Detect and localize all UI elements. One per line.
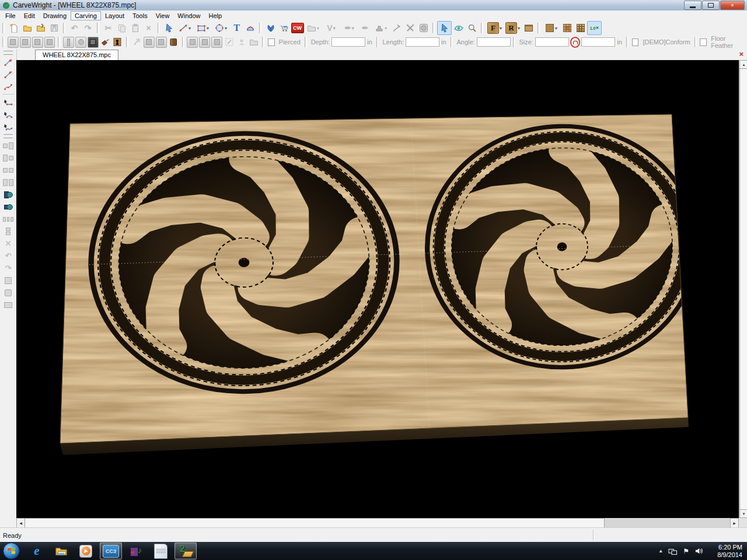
zoom-view-button[interactable] — [465, 22, 479, 34]
toolbar-drag-handle[interactable] — [4, 51, 13, 55]
conform-checkbox[interactable] — [632, 38, 639, 46]
taskbar-clock[interactable]: 6:20 PM 8/9/2014 — [708, 544, 742, 559]
select-tool-button[interactable] — [162, 22, 176, 34]
size-lock-icon[interactable] — [570, 37, 580, 48]
dropdown-icon[interactable]: ▾ — [518, 26, 520, 31]
horizontal-scrollbar[interactable]: ◀ ▶ — [16, 518, 739, 527]
vertical-scrollbar[interactable]: ▲ ▼ — [739, 60, 747, 518]
pattern-folder-button: ▾ — [304, 22, 322, 34]
add-point-button[interactable] — [1, 56, 15, 68]
pan-view-button[interactable] — [437, 21, 452, 35]
floor-feather-checkbox[interactable] — [700, 38, 707, 46]
arc-segment-button[interactable] — [1, 108, 15, 120]
vertical-scroll-thumb[interactable] — [739, 68, 747, 511]
action-center-flag-icon[interactable]: ⚑ — [683, 547, 689, 555]
document-close-icon[interactable]: × — [739, 50, 743, 58]
scale-toggle-button[interactable]: 1.0✕ — [587, 21, 602, 35]
rectangle-tool-button[interactable]: ▾ — [194, 22, 212, 34]
network-icon[interactable] — [668, 547, 678, 555]
new-file-button[interactable] — [7, 22, 20, 34]
wheel-carving-left[interactable] — [88, 130, 400, 396]
taskbar-carvewright[interactable]: 2 — [174, 542, 197, 559]
carvewright-logo-button[interactable]: CW — [291, 22, 304, 34]
scroll-up-button[interactable]: ▲ — [739, 60, 747, 69]
grid-crosshair-button[interactable] — [560, 22, 574, 34]
scroll-right-button[interactable]: ▶ — [730, 518, 739, 528]
remove-point-button[interactable] — [1, 68, 15, 80]
pattern-book-icon[interactable] — [167, 36, 180, 48]
pattern-store-button[interactable] — [277, 22, 291, 34]
menu-help[interactable]: Help — [204, 11, 226, 20]
grid-toggle-button[interactable] — [574, 22, 587, 34]
horizontal-scroll-thumb[interactable] — [25, 518, 605, 528]
pierced-checkbox[interactable] — [268, 38, 275, 46]
line-segment-button[interactable] — [1, 96, 15, 108]
dropdown-icon[interactable]: ▾ — [500, 26, 502, 31]
board-top-face[interactable] — [50, 106, 700, 453]
dropdown-icon[interactable]: ▾ — [555, 26, 557, 31]
spline-button[interactable] — [1, 80, 15, 93]
drill-tool-icon[interactable] — [99, 36, 111, 48]
board-settings-button[interactable] — [522, 22, 535, 34]
restore-button[interactable] — [702, 1, 720, 10]
centerline-icon — [32, 37, 43, 48]
taskbar-media-player[interactable]: ▶ — [75, 543, 96, 559]
import-file-button[interactable] — [34, 22, 47, 34]
ellipse-tool-button[interactable]: ▾ — [212, 22, 230, 34]
menu-tools[interactable]: Tools — [128, 11, 152, 20]
volume-icon[interactable] — [694, 547, 703, 555]
cc3-icon: CC3 — [103, 545, 119, 558]
depth-input[interactable] — [331, 37, 365, 47]
taskbar-file-explorer[interactable] — [51, 543, 72, 559]
taskbar-cc3[interactable]: CC3 — [100, 542, 122, 559]
rear-view-button[interactable]: R▾ — [504, 22, 522, 34]
open-file-button[interactable] — [20, 22, 34, 34]
document-tab[interactable]: WHEEL 8X22X875.mpc — [35, 50, 118, 61]
menu-file[interactable]: File — [1, 11, 20, 20]
front-view-button[interactable]: F▾ — [486, 22, 504, 34]
wheel-carving-right[interactable] — [424, 123, 700, 370]
text-tool-button[interactable]: T — [230, 22, 243, 34]
menu-carving[interactable]: Carving — [71, 11, 101, 20]
windows-taskbar: e ▶ CC3 ♪◄ 2 ▲ ⚑ 6:20 PM 8/9/2014 — [0, 542, 747, 560]
size-height-input[interactable] — [581, 37, 615, 47]
group-button[interactable] — [1, 188, 15, 201]
app-icon — [2, 2, 10, 9]
taskbar-media-converter[interactable]: ♪◄ — [125, 543, 146, 559]
dropdown-icon: ▾ — [352, 26, 354, 31]
menu-window[interactable]: Window — [173, 11, 204, 20]
dropdown-icon[interactable]: ▾ — [225, 26, 227, 31]
start-button[interactable] — [3, 542, 20, 559]
carving-viewport[interactable] — [16, 60, 739, 518]
angle-input[interactable] — [477, 37, 511, 47]
wood-type-button[interactable]: ▾ — [542, 22, 560, 34]
menu-layout[interactable]: Layout — [101, 11, 128, 20]
length-input[interactable] — [406, 37, 439, 47]
dropdown-icon[interactable]: ▾ — [189, 26, 191, 31]
toolbar-drag-handle[interactable] — [4, 134, 13, 138]
rotate-view-button[interactable] — [452, 22, 465, 34]
scroll-left-button[interactable]: ◀ — [16, 518, 25, 528]
size-width-input[interactable] — [535, 37, 569, 47]
minimize-button[interactable] — [684, 1, 701, 10]
curve-segment-button[interactable] — [1, 120, 15, 132]
scale-x-icon: ✕ — [595, 26, 599, 30]
texture-tool-icon[interactable] — [88, 37, 99, 48]
keyhole-tool-icon[interactable] — [111, 36, 124, 48]
menu-view[interactable]: View — [152, 11, 174, 20]
ungroup-button[interactable] — [1, 201, 15, 213]
redo-button: ↷ — [81, 22, 95, 34]
rotate-180-button — [1, 299, 15, 311]
taskbar-notepad[interactable] — [150, 543, 171, 559]
arc-tool-button[interactable] — [243, 22, 257, 34]
tray-expand-icon[interactable]: ▲ — [658, 548, 663, 554]
pattern-library-button[interactable] — [264, 22, 277, 34]
line-tool-button[interactable]: ▾ — [176, 22, 194, 34]
close-button[interactable]: × — [720, 1, 745, 10]
menu-edit[interactable]: Edit — [20, 11, 39, 20]
paste-button — [128, 22, 142, 34]
scroll-down-button[interactable]: ▼ — [739, 509, 747, 518]
taskbar-internet-explorer[interactable]: e — [26, 543, 47, 559]
dropdown-icon[interactable]: ▾ — [207, 26, 209, 31]
menu-drawing[interactable]: Drawing — [39, 11, 71, 20]
